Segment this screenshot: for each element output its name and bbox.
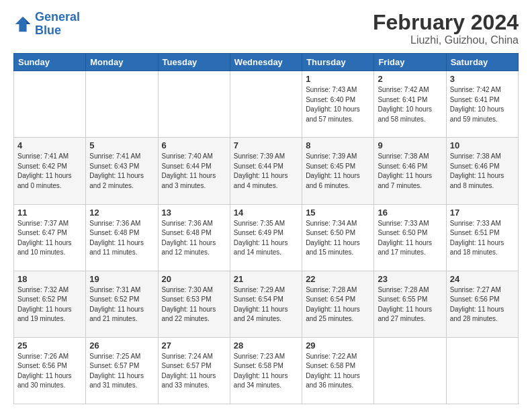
calendar-cell: 9Sunrise: 7:38 AM Sunset: 6:46 PM Daylig… <box>374 138 446 204</box>
calendar-cell: 27Sunrise: 7:24 AM Sunset: 6:57 PM Dayli… <box>158 337 230 404</box>
calendar-cell <box>446 337 518 404</box>
calendar-cell: 7Sunrise: 7:39 AM Sunset: 6:44 PM Daylig… <box>230 138 302 204</box>
day-number: 9 <box>378 140 442 150</box>
day-number: 19 <box>89 274 154 284</box>
calendar-cell <box>230 71 302 138</box>
calendar-cell <box>158 71 230 138</box>
day-info: Sunrise: 7:38 AM Sunset: 6:46 PM Dayligh… <box>378 152 442 191</box>
day-info: Sunrise: 7:28 AM Sunset: 6:55 PM Dayligh… <box>378 285 442 324</box>
calendar-cell: 22Sunrise: 7:28 AM Sunset: 6:54 PM Dayli… <box>302 271 374 337</box>
calendar-cell: 20Sunrise: 7:30 AM Sunset: 6:53 PM Dayli… <box>158 271 230 337</box>
day-header-saturday: Saturday <box>446 54 518 71</box>
day-info: Sunrise: 7:25 AM Sunset: 6:57 PM Dayligh… <box>89 352 154 391</box>
day-number: 14 <box>234 208 298 218</box>
calendar-cell: 28Sunrise: 7:23 AM Sunset: 6:58 PM Dayli… <box>230 337 302 404</box>
day-number: 29 <box>306 340 370 351</box>
day-number: 20 <box>162 274 226 284</box>
day-number: 27 <box>162 340 226 351</box>
day-info: Sunrise: 7:24 AM Sunset: 6:57 PM Dayligh… <box>162 352 226 391</box>
page: General Blue February 2024 Liuzhi, Guizh… <box>0 0 532 411</box>
day-number: 17 <box>450 208 515 218</box>
day-info: Sunrise: 7:23 AM Sunset: 6:58 PM Dayligh… <box>234 352 298 391</box>
day-info: Sunrise: 7:33 AM Sunset: 6:50 PM Dayligh… <box>378 219 442 258</box>
calendar-cell: 18Sunrise: 7:32 AM Sunset: 6:52 PM Dayli… <box>14 271 86 337</box>
day-number: 6 <box>162 140 226 150</box>
day-info: Sunrise: 7:34 AM Sunset: 6:50 PM Dayligh… <box>306 219 370 258</box>
day-info: Sunrise: 7:32 AM Sunset: 6:52 PM Dayligh… <box>17 285 82 324</box>
calendar-cell: 24Sunrise: 7:27 AM Sunset: 6:56 PM Dayli… <box>446 271 518 337</box>
calendar-cell: 11Sunrise: 7:37 AM Sunset: 6:47 PM Dayli… <box>14 204 86 271</box>
header: General Blue February 2024 Liuzhi, Guizh… <box>13 11 519 46</box>
calendar-cell: 19Sunrise: 7:31 AM Sunset: 6:52 PM Dayli… <box>86 271 158 337</box>
logo: General Blue <box>13 11 80 38</box>
day-info: Sunrise: 7:26 AM Sunset: 6:56 PM Dayligh… <box>17 352 82 391</box>
day-number: 10 <box>450 140 515 150</box>
calendar-cell: 23Sunrise: 7:28 AM Sunset: 6:55 PM Dayli… <box>374 271 446 337</box>
day-header-wednesday: Wednesday <box>230 54 302 71</box>
day-info: Sunrise: 7:37 AM Sunset: 6:47 PM Dayligh… <box>17 219 82 258</box>
day-info: Sunrise: 7:30 AM Sunset: 6:53 PM Dayligh… <box>162 285 226 324</box>
calendar-cell: 15Sunrise: 7:34 AM Sunset: 6:50 PM Dayli… <box>302 204 374 271</box>
day-number: 16 <box>378 208 442 218</box>
calendar-cell: 29Sunrise: 7:22 AM Sunset: 6:58 PM Dayli… <box>302 337 374 404</box>
calendar-cell: 12Sunrise: 7:36 AM Sunset: 6:48 PM Dayli… <box>86 204 158 271</box>
day-info: Sunrise: 7:33 AM Sunset: 6:51 PM Dayligh… <box>450 219 515 258</box>
day-info: Sunrise: 7:28 AM Sunset: 6:54 PM Dayligh… <box>306 285 370 324</box>
day-number: 22 <box>306 274 370 284</box>
day-header-friday: Friday <box>374 54 446 71</box>
day-number: 11 <box>17 208 82 218</box>
calendar-cell <box>374 337 446 404</box>
calendar-cell <box>14 71 86 138</box>
calendar-cell: 21Sunrise: 7:29 AM Sunset: 6:54 PM Dayli… <box>230 271 302 337</box>
day-info: Sunrise: 7:31 AM Sunset: 6:52 PM Dayligh… <box>89 285 154 324</box>
calendar-header-row: SundayMondayTuesdayWednesdayThursdayFrid… <box>14 54 519 71</box>
day-info: Sunrise: 7:36 AM Sunset: 6:48 PM Dayligh… <box>162 219 226 258</box>
calendar-table: SundayMondayTuesdayWednesdayThursdayFrid… <box>13 53 519 404</box>
calendar-cell: 4Sunrise: 7:41 AM Sunset: 6:42 PM Daylig… <box>14 138 86 204</box>
calendar-cell: 13Sunrise: 7:36 AM Sunset: 6:48 PM Dayli… <box>158 204 230 271</box>
calendar-week-4: 18Sunrise: 7:32 AM Sunset: 6:52 PM Dayli… <box>14 271 519 337</box>
day-number: 24 <box>450 274 515 284</box>
day-number: 18 <box>17 274 82 284</box>
calendar-cell: 2Sunrise: 7:42 AM Sunset: 6:41 PM Daylig… <box>374 71 446 138</box>
calendar-cell: 17Sunrise: 7:33 AM Sunset: 6:51 PM Dayli… <box>446 204 518 271</box>
day-header-tuesday: Tuesday <box>158 54 230 71</box>
calendar-week-5: 25Sunrise: 7:26 AM Sunset: 6:56 PM Dayli… <box>14 337 519 404</box>
title-block: February 2024 Liuzhi, Guizhou, China <box>373 11 519 46</box>
day-info: Sunrise: 7:42 AM Sunset: 6:41 PM Dayligh… <box>378 85 442 124</box>
day-number: 13 <box>162 208 226 218</box>
day-info: Sunrise: 7:42 AM Sunset: 6:41 PM Dayligh… <box>450 85 515 124</box>
calendar-cell: 14Sunrise: 7:35 AM Sunset: 6:49 PM Dayli… <box>230 204 302 271</box>
calendar-subtitle: Liuzhi, Guizhou, China <box>373 34 519 46</box>
day-header-sunday: Sunday <box>14 54 86 71</box>
calendar-cell: 3Sunrise: 7:42 AM Sunset: 6:41 PM Daylig… <box>446 71 518 138</box>
day-info: Sunrise: 7:22 AM Sunset: 6:58 PM Dayligh… <box>306 352 370 391</box>
day-info: Sunrise: 7:35 AM Sunset: 6:49 PM Dayligh… <box>234 219 298 258</box>
calendar-cell: 16Sunrise: 7:33 AM Sunset: 6:50 PM Dayli… <box>374 204 446 271</box>
day-number: 25 <box>17 340 82 351</box>
logo-blue: Blue <box>35 24 61 37</box>
day-info: Sunrise: 7:40 AM Sunset: 6:44 PM Dayligh… <box>162 152 226 191</box>
day-number: 28 <box>234 340 298 351</box>
calendar-cell <box>86 71 158 138</box>
calendar-week-1: 1Sunrise: 7:43 AM Sunset: 6:40 PM Daylig… <box>14 71 519 138</box>
day-info: Sunrise: 7:41 AM Sunset: 6:42 PM Dayligh… <box>17 152 82 191</box>
calendar-cell: 26Sunrise: 7:25 AM Sunset: 6:57 PM Dayli… <box>86 337 158 404</box>
day-info: Sunrise: 7:43 AM Sunset: 6:40 PM Dayligh… <box>306 85 370 124</box>
day-info: Sunrise: 7:36 AM Sunset: 6:48 PM Dayligh… <box>89 219 154 258</box>
calendar-cell: 8Sunrise: 7:39 AM Sunset: 6:45 PM Daylig… <box>302 138 374 204</box>
day-info: Sunrise: 7:29 AM Sunset: 6:54 PM Dayligh… <box>234 285 298 324</box>
day-number: 12 <box>89 208 154 218</box>
calendar-cell: 1Sunrise: 7:43 AM Sunset: 6:40 PM Daylig… <box>302 71 374 138</box>
day-number: 3 <box>450 74 515 84</box>
logo-text: General Blue <box>35 11 80 38</box>
day-info: Sunrise: 7:39 AM Sunset: 6:45 PM Dayligh… <box>306 152 370 191</box>
calendar-title: February 2024 <box>373 11 519 34</box>
day-number: 4 <box>17 140 82 150</box>
day-number: 7 <box>234 140 298 150</box>
day-number: 2 <box>378 74 442 84</box>
day-number: 15 <box>306 208 370 218</box>
logo-general: General <box>35 10 80 24</box>
calendar-week-2: 4Sunrise: 7:41 AM Sunset: 6:42 PM Daylig… <box>14 138 519 204</box>
calendar-cell: 6Sunrise: 7:40 AM Sunset: 6:44 PM Daylig… <box>158 138 230 204</box>
